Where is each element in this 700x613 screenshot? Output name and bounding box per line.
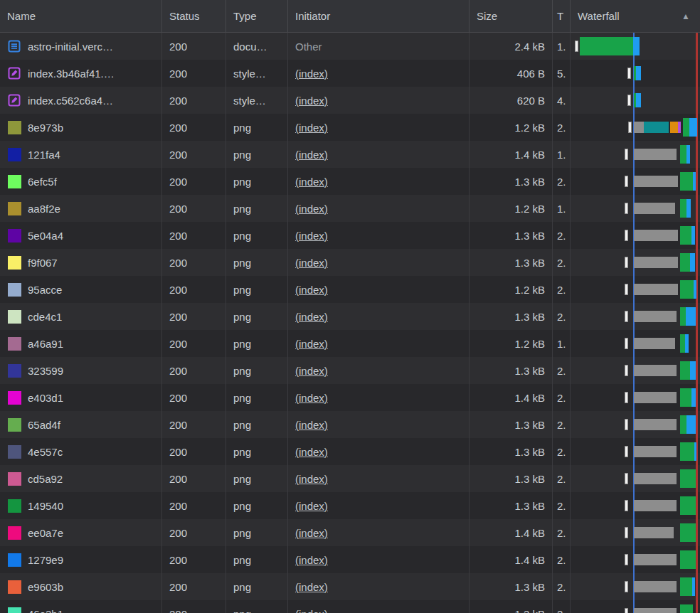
type-value: png [233,365,251,377]
initiator-cell: (index) [288,195,470,222]
request-row[interactable]: 149540200png(index)1.3 kB2. [0,492,700,519]
request-row[interactable]: a46a91200png(index)1.2 kB1. [0,330,700,357]
status-value: 200 [169,419,187,431]
request-row[interactable]: cd5a92200png(index)1.3 kB2. [0,465,700,492]
name-cell: astro-initial.verc… [0,33,162,60]
type-cell: png [226,168,288,195]
request-row[interactable]: 46e3b1200png(index)1.3 kB2. [0,600,700,613]
column-header-size[interactable]: Size [470,0,553,32]
request-name-label: e403d1 [28,392,63,404]
waterfall-green-segment [680,199,686,218]
status-value: 200 [169,311,187,323]
request-row[interactable]: 5e04a4200png(index)1.3 kB2. [0,222,700,249]
waterfall-white-segment [625,581,628,592]
initiator-link[interactable]: (index) [295,500,328,512]
initiator-link[interactable]: (index) [295,365,328,377]
waterfall-green-segment [680,253,690,272]
initiator-link[interactable]: (index) [295,176,328,188]
initiator-link[interactable]: (index) [295,554,328,566]
initiator-link[interactable]: (index) [295,230,328,242]
type-value: style… [233,68,266,80]
image-color-swatch [8,553,21,567]
initiator-link[interactable]: (index) [295,419,328,431]
initiator-link[interactable]: (index) [295,149,328,161]
waterfall-grey-segment [634,311,677,322]
size-cell: 1.2 kB [470,276,553,303]
name-cell: index.3b46af41.… [0,60,162,87]
name-cell: 95acce [0,276,162,303]
sort-ascending-icon[interactable]: ▲ [682,11,690,21]
request-row[interactable]: 8e973b200png(index)1.2 kB2. [0,114,700,141]
name-cell: 46e3b1 [0,600,162,613]
time-value: 2. [557,473,566,485]
initiator-link[interactable]: (index) [295,392,328,404]
initiator-link[interactable]: (index) [295,95,328,107]
image-color-swatch-icon [7,553,21,567]
request-row[interactable]: e403d1200png(index)1.4 kB2. [0,384,700,411]
image-color-swatch-icon [7,120,21,134]
request-row[interactable]: 6efc5f200png(index)1.3 kB2. [0,168,700,195]
time-value: 2. [557,581,566,593]
time-value: 2. [557,500,566,512]
image-color-swatch [8,148,21,161]
column-header-status-label: Status [169,10,200,22]
request-row[interactable]: ee0a7e200png(index)1.4 kB2. [0,519,700,546]
image-color-swatch [8,364,21,378]
initiator-link[interactable]: (index) [295,257,328,269]
image-color-swatch-icon [7,363,21,378]
column-header-initiator[interactable]: Initiator [288,0,470,32]
request-row[interactable]: astro-initial.verc…200docu…Other2.4 kB1. [0,33,700,60]
initiator-cell: (index) [288,114,470,141]
status-value: 200 [169,527,187,539]
initiator-link[interactable]: (index) [295,203,328,215]
request-row[interactable]: 4e557c200png(index)1.3 kB2. [0,438,700,465]
column-header-name[interactable]: Name [0,0,162,32]
waterfall-cell [571,114,700,141]
column-header-time[interactable]: T [553,0,571,32]
column-header-status[interactable]: Status [162,0,226,32]
time-value: 1. [557,149,566,161]
name-cell: f9f067 [0,249,162,276]
request-row[interactable]: 121fa4200png(index)1.4 kB1. [0,141,700,168]
waterfall-cell [571,411,700,438]
request-row[interactable]: index.c562c6a4…200style…(index)620 B4. [0,87,700,114]
time-cell: 2. [553,249,571,276]
request-row[interactable]: cde4c1200png(index)1.3 kB2. [0,303,700,330]
request-row[interactable]: 323599200png(index)1.3 kB2. [0,357,700,384]
status-value: 200 [169,608,187,613]
request-row[interactable]: index.3b46af41.…200style…(index)406 B5. [0,60,700,87]
request-row[interactable]: e9603b200png(index)1.3 kB2. [0,573,700,600]
column-header-waterfall[interactable]: Waterfall ▲ [571,0,700,32]
waterfall-grey-segment [634,581,677,592]
waterfall-green-segment [680,145,686,164]
initiator-link[interactable]: (index) [295,338,328,350]
size-value: 1.3 kB [514,473,545,485]
request-row[interactable]: aa8f2e200png(index)1.2 kB1. [0,195,700,222]
waterfall-white-segment [625,419,628,430]
request-row[interactable]: f9f067200png(index)1.3 kB2. [0,249,700,276]
waterfall-cell [571,384,700,411]
image-color-swatch-icon [7,444,21,459]
waterfall-white-segment [628,122,632,133]
column-header-type[interactable]: Type [226,0,288,32]
initiator-link[interactable]: (index) [295,446,328,458]
initiator-link[interactable]: (index) [295,473,328,485]
initiator-link[interactable]: (index) [295,581,328,593]
initiator-link[interactable]: (index) [295,608,328,613]
status-cell: 200 [162,519,226,546]
initiator-link[interactable]: (index) [295,284,328,296]
request-name-label: aa8f2e [28,203,60,215]
size-value: 1.3 kB [514,608,545,613]
initiator-link[interactable]: (index) [295,311,328,323]
request-row[interactable]: 65ad4f200png(index)1.3 kB2. [0,411,700,438]
status-cell: 200 [162,546,226,573]
initiator-cell: (index) [288,330,470,357]
type-value: png [233,608,251,613]
initiator-link[interactable]: (index) [295,122,328,134]
initiator-link[interactable]: (index) [295,527,328,539]
initiator-link[interactable]: (index) [295,68,328,80]
waterfall-grey-segment [634,446,677,457]
request-row[interactable]: 1279e9200png(index)1.4 kB2. [0,546,700,573]
request-row[interactable]: 95acce200png(index)1.2 kB2. [0,276,700,303]
time-cell: 2. [553,303,571,330]
